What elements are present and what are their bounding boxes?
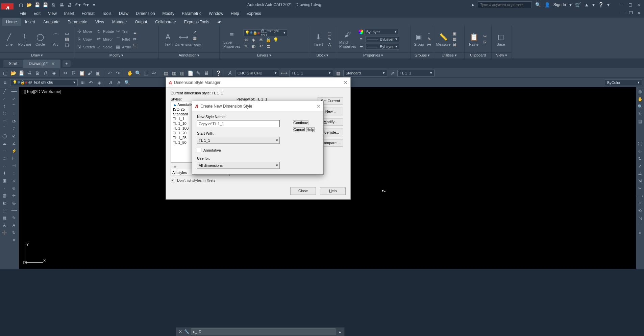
dt-diameter-icon[interactable]: ⊘ <box>10 133 18 139</box>
tb-3d-icon[interactable]: ◈ <box>51 70 57 76</box>
minimize-button[interactable]: — <box>618 2 625 7</box>
tb-markup-icon[interactable]: ✎ <box>195 70 201 76</box>
paste-button[interactable]: 📋Paste <box>467 32 481 46</box>
save-icon[interactable]: 💾 <box>34 2 40 7</box>
print-icon[interactable]: 🖨 <box>67 2 72 7</box>
calc-icon[interactable]: 🖩 <box>452 42 457 48</box>
tb-new-icon[interactable]: ▢ <box>2 70 8 76</box>
measure-button[interactable]: 📏Measure <box>436 32 450 46</box>
filetab-add-button[interactable]: + <box>63 60 71 67</box>
lt-revcloud-icon[interactable]: ☁ <box>1 140 8 147</box>
tb-properties-icon[interactable]: ▤ <box>163 70 169 76</box>
panel-utilities-label[interactable]: Utilities ▾ <box>434 52 464 59</box>
doc-close-button[interactable]: ✕ <box>635 10 643 16</box>
nb-stretch-icon[interactable]: ⇲ <box>637 178 643 184</box>
layeriso-icon[interactable]: ◈ <box>251 37 256 43</box>
lt-ellipsearc-icon[interactable]: ⌓ <box>1 162 8 169</box>
mirror-button[interactable]: ⇄Mirror <box>96 36 114 43</box>
a360-icon[interactable]: ▲ <box>584 2 589 7</box>
dsm-titlebar[interactable]: A Dimension Style Manager ✕ <box>166 77 350 88</box>
ribbon-tab-annotate[interactable]: Annotate <box>39 18 64 26</box>
dimension-button[interactable]: ⟷Dimension <box>176 32 191 46</box>
lt-gradient-icon[interactable]: ◐ <box>1 200 8 206</box>
ribbon-tab-expresstools[interactable]: Express Tools <box>180 18 213 26</box>
layer-combo[interactable]: 💡❄🔒■ @_text ghi chu ▾ <box>243 29 287 36</box>
groupbb-icon[interactable]: ▭ <box>426 42 432 48</box>
lt-spline-icon[interactable]: ∼ <box>1 148 8 154</box>
tb-paste-icon[interactable]: 📋 <box>79 70 85 76</box>
dt-dimstyle2-icon[interactable]: ≡ <box>10 237 18 244</box>
dt-dimupdate-icon[interactable]: ↻ <box>10 229 18 236</box>
leader-icon[interactable]: ↗ <box>192 30 197 35</box>
panel-groups-label[interactable]: Groups ▾ <box>411 52 434 59</box>
tb-toolpal-icon[interactable]: ▥ <box>179 70 185 76</box>
filetab-drawing1[interactable]: Drawing1* ✕ <box>23 60 60 68</box>
ribbon-tab-featured[interactable]: ▪▾ <box>213 18 225 26</box>
tb-print-icon[interactable]: 🖨 <box>26 70 32 76</box>
stretch-button[interactable]: ⇲Stretch <box>76 43 95 51</box>
rectangle-icon[interactable]: ▭ <box>64 31 70 36</box>
scale-button[interactable]: ⤢Scale <box>96 43 114 51</box>
arc-button[interactable]: ⌒Arc <box>49 32 63 46</box>
dt-jogged-icon[interactable]: ⤴ <box>10 125 18 132</box>
layermatch-icon[interactable]: ≋ <box>243 37 249 43</box>
attribute-icon[interactable]: A <box>327 42 332 48</box>
layerprev-icon[interactable]: ↶ <box>258 44 264 49</box>
help-dropdown-icon[interactable]: ▾ <box>607 2 610 7</box>
panel-modify-label[interactable]: Modify ▾ <box>74 52 158 59</box>
panel-annotation-label[interactable]: Annotation ▾ <box>159 52 219 59</box>
appstore-icon[interactable]: 🛒 <box>575 2 581 7</box>
cmd-history-icon[interactable]: ▴ <box>337 329 343 335</box>
layerlock-icon[interactable]: 🔒 <box>266 37 271 43</box>
edit-block-icon[interactable]: ✎ <box>327 37 332 42</box>
nb-mirror-icon[interactable]: ⇄ <box>637 171 643 177</box>
lt-insertblk-icon[interactable]: ⬇ <box>1 170 8 177</box>
signin-dropdown-icon[interactable]: ▾ <box>569 2 572 7</box>
tb-dimstyle-icon[interactable]: ⟷ <box>281 70 287 76</box>
insert-button[interactable]: ⬇Insert <box>311 32 325 46</box>
ribbon-tab-parametric[interactable]: Parametric <box>64 18 91 26</box>
ribbon-tab-insert[interactable]: Insert <box>21 18 39 26</box>
nb-join-icon[interactable]: ⟲ <box>637 208 643 214</box>
nb-move-icon[interactable]: ✣ <box>637 148 643 154</box>
lt-ellipse-icon[interactable]: ⬭ <box>1 155 8 162</box>
lt-addsel-icon[interactable]: ➕ <box>1 229 8 236</box>
nb-orbit-icon[interactable]: ↻ <box>637 111 643 117</box>
menu-insert[interactable]: Insert <box>61 10 78 17</box>
tb-preview-icon[interactable]: 🗎 <box>34 70 41 76</box>
groupedit-icon[interactable]: ✎ <box>426 37 432 42</box>
region-icon[interactable]: ⬚ <box>64 42 70 48</box>
nb-rotate-icon[interactable]: ↻ <box>637 156 643 162</box>
dsm-close-icon[interactable]: ✕ <box>344 80 348 85</box>
ribbon-tab-manage[interactable]: Manage <box>108 18 131 26</box>
lt-arc-icon[interactable]: ⌒ <box>1 125 8 132</box>
filetab-close-icon[interactable]: ✕ <box>51 61 55 66</box>
move-button[interactable]: ✣Move <box>76 28 95 35</box>
panel-properties-label[interactable]: Properties ▾ <box>336 52 410 59</box>
polyline-button[interactable]: ⌇Polyline <box>18 32 32 46</box>
tb-zoomprev-icon[interactable]: ↩ <box>151 70 157 76</box>
layerprops-button[interactable]: ≡Layer Properties <box>222 30 242 48</box>
tb-save-icon[interactable]: 💾 <box>18 70 24 76</box>
tb-copy-icon[interactable]: ⎘ <box>71 70 77 76</box>
plot-icon[interactable]: 🖶 <box>59 2 64 7</box>
ribbon-tab-output[interactable]: Output <box>131 18 151 26</box>
lt-makeblk-icon[interactable]: ▣ <box>1 177 8 184</box>
fillet-button[interactable]: ⌒Fillet <box>115 36 131 43</box>
array-button[interactable]: ▦Array <box>115 43 131 51</box>
dt-inspect-icon[interactable]: ◎ <box>10 200 18 206</box>
lt-hatch-icon[interactable]: ▨ <box>1 192 8 199</box>
nb-zoomext-icon[interactable]: 🔍 <box>637 104 643 110</box>
new-usefor-combo[interactable]: All dimensions▾ <box>197 162 280 169</box>
cmd-customize-icon[interactable]: 🔧 <box>183 329 190 335</box>
search-input[interactable] <box>478 1 532 8</box>
nb-trim-icon[interactable]: ✂ <box>637 185 643 192</box>
tb-sheet-icon[interactable]: 📄 <box>187 70 193 76</box>
dt-center-icon[interactable]: ✛ <box>10 192 18 199</box>
doc-minimize-button[interactable]: — <box>619 10 626 16</box>
dsm-xref-checkbox[interactable]: ✓ Don't list styles in Xrefs <box>171 178 233 182</box>
tb-dcenter-icon[interactable]: ▦ <box>171 70 177 76</box>
maximize-button[interactable]: ▢ <box>626 2 634 7</box>
textstyle-combo[interactable]: CHU GHI CHU▾ <box>235 70 279 76</box>
tb-zoomwin-icon[interactable]: ⬚ <box>143 70 149 76</box>
